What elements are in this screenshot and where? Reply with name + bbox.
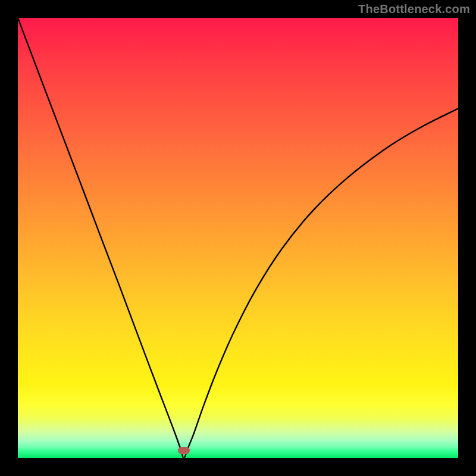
curve-svg bbox=[18, 18, 458, 458]
bottleneck-curve bbox=[18, 18, 458, 458]
chart-frame: TheBottleneck.com bbox=[0, 0, 476, 476]
minimum-marker bbox=[178, 447, 190, 454]
plot-area bbox=[18, 18, 458, 458]
watermark-text: TheBottleneck.com bbox=[358, 2, 470, 16]
